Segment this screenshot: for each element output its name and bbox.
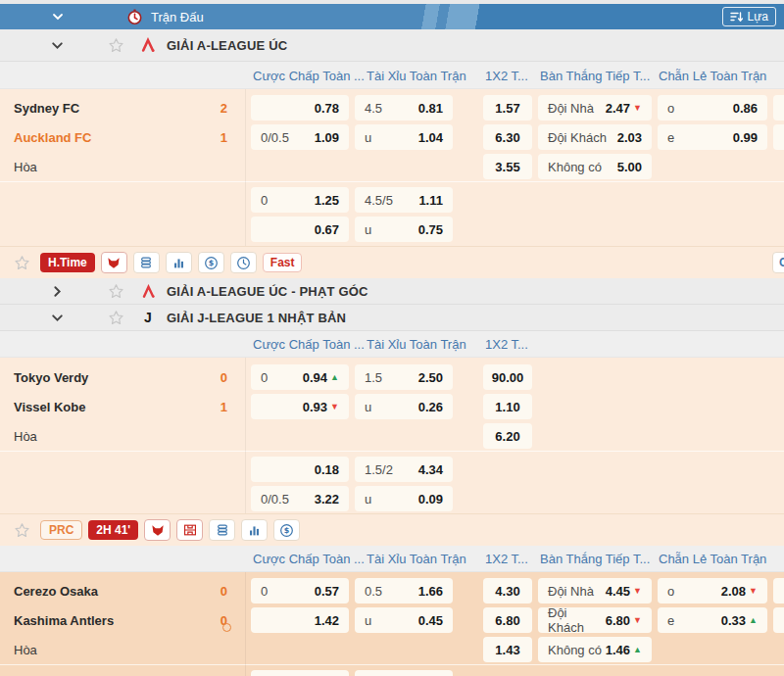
odds-cell-over-alt[interactable] [355, 670, 453, 676]
away-team-score: 1 [202, 130, 227, 145]
odds-cell-odd[interactable]: o0.86 [658, 95, 767, 121]
bar-chart-icon[interactable] [166, 252, 192, 273]
trend-down-icon: ▼ [749, 587, 758, 596]
column-header-odd-even: Chẵn Lẻ Toàn Trận [659, 552, 766, 566]
odds-cell-under[interactable]: u0.45 [355, 607, 453, 633]
chevron-right-icon[interactable] [50, 284, 65, 299]
trend-down-icon: ▼ [633, 104, 642, 113]
away-team-name: Auckland FC [14, 130, 91, 145]
jleague-logo-icon: J [139, 310, 157, 325]
odds-cell-next-goal-home[interactable]: Đội Nhà4.45▼ [538, 578, 652, 604]
chevron-down-icon[interactable] [51, 10, 65, 24]
svg-text:$: $ [284, 526, 290, 535]
odds-cell-handicap-alt[interactable] [251, 670, 349, 676]
league-title: GIẢI A-LEAGUE ÚC [167, 38, 287, 53]
odds-cell-over[interactable]: 4.50.81 [355, 95, 453, 121]
history-clock-icon[interactable] [230, 252, 257, 273]
home-team-score: 0 [202, 584, 227, 599]
corner-partial-button[interactable]: C [772, 252, 784, 273]
away-team-name: Kashima Antlers [14, 613, 114, 628]
odds-cell-even[interactable]: e0.33▲ [658, 607, 767, 633]
trend-up-icon: ▲ [330, 373, 339, 382]
odds-cell-under-alt[interactable]: u0.75 [355, 217, 453, 242]
column-header-odd-even: Chẵn Lẻ Toàn Trận [659, 68, 766, 82]
odds-cell-handicap-alt[interactable]: 0.18 [251, 457, 349, 482]
match-cerezo-kashima: Cerezo Osaka 0 00.57 0.51.66 4.30 Đội Nh… [0, 572, 784, 676]
away-team-score: 1 [202, 400, 227, 414]
odds-cell-next-goal-none[interactable]: Không có1.46▲ [538, 637, 652, 662]
odds-cell-handicap[interactable]: 00.94▲ [251, 364, 349, 390]
column-header-over-under: Tài Xỉu Toàn Trận [367, 337, 466, 352]
league-row-aleague[interactable]: GIẢI A-LEAGUE ÚC [0, 29, 784, 62]
odds-column-header-row: Cược Chấp Toàn ... Tài Xỉu Toàn Trận 1X2… [0, 546, 784, 572]
odds-cell-handicap-alt[interactable]: 0/0.53.22 [251, 486, 349, 511]
trend-up-icon: ▲ [749, 616, 758, 625]
odds-cell-1x2-away[interactable]: 1.10 [483, 394, 532, 419]
odds-cell-handicap-alt[interactable]: 0.67 [251, 217, 349, 242]
odds-cell-partial[interactable] [773, 95, 784, 121]
odds-cell-1x2-away[interactable]: 6.80 [483, 607, 532, 633]
fox-live-icon[interactable] [144, 519, 171, 541]
column-header-handicap: Cược Chấp Toàn ... [253, 337, 365, 352]
svg-text:$: $ [209, 259, 215, 267]
odds-cell-over-alt[interactable]: 1.5/24.34 [355, 457, 453, 482]
odds-cell-under[interactable]: u0.26 [355, 394, 453, 419]
match-toolbar-tokyo: PRC 2H 41' $ [0, 513, 784, 546]
stats-stack-icon[interactable] [209, 519, 235, 541]
odds-cell-handicap[interactable]: 00.57 [251, 578, 349, 604]
odds-cell-over[interactable]: 1.52.50 [355, 364, 453, 390]
match-tokyo-vissel: Tokyo Verdy 0 00.94▲ 1.52.50 90.00 Visse… [0, 358, 784, 513]
odds-cell-next-goal-away[interactable]: Đội Khách6.80▼ [538, 607, 652, 633]
odds-cell-handicap-alt[interactable]: 01.25 [251, 187, 349, 213]
star-icon[interactable] [108, 310, 124, 326]
odds-cell-under[interactable]: u1.04 [355, 124, 453, 150]
filter-sort-icon [730, 11, 743, 23]
star-icon[interactable] [108, 283, 124, 300]
filter-sort-button[interactable]: Lựa [722, 7, 776, 26]
odds-cell-partial[interactable] [773, 124, 784, 150]
odds-cell-next-goal-home[interactable]: Đội Nhà2.47▼ [538, 95, 652, 121]
odds-cell-next-goal-none[interactable]: Không có5.00 [538, 154, 652, 179]
match-toolbar-sydney: H.Time $ Fast C [0, 246, 784, 278]
cashout-dollar-icon[interactable]: $ [198, 252, 224, 273]
odds-cell-over[interactable]: 0.51.66 [355, 578, 453, 604]
odds-cell-even[interactable]: e0.99 [658, 124, 767, 150]
star-icon[interactable] [14, 255, 30, 271]
odds-cell-1x2-home[interactable]: 90.00 [483, 364, 532, 390]
trend-down-icon: ▼ [633, 587, 642, 596]
fox-live-icon[interactable] [101, 252, 127, 273]
odds-cell-1x2-home[interactable]: 4.30 [483, 578, 532, 604]
odds-cell-under-alt[interactable]: u0.09 [355, 486, 453, 511]
aleague-logo-icon [139, 284, 157, 299]
odds-cell-over-alt[interactable]: 4.5/51.11 [355, 187, 453, 213]
odds-cell-1x2-away[interactable]: 6.30 [483, 124, 532, 150]
column-header-1x2: 1X2 T... [485, 337, 528, 352]
odds-cell-next-goal-away[interactable]: Đội Khách2.03 [538, 124, 652, 150]
league-row-aleague-corners[interactable]: GIẢI A-LEAGUE ÚC - PHẠT GÓC [0, 278, 784, 305]
odds-cell-handicap[interactable]: 0.78 [251, 95, 349, 121]
chevron-down-icon[interactable] [50, 311, 65, 325]
odds-cell-partial[interactable] [773, 578, 784, 604]
odds-cell-handicap[interactable]: 0.93▼ [251, 394, 349, 419]
stats-stack-icon[interactable] [133, 252, 160, 273]
star-icon[interactable] [108, 37, 124, 54]
fast-market-button[interactable]: Fast [263, 253, 303, 272]
league-row-jleague[interactable]: J GIẢI J-LEAGUE 1 NHẬT BẢN [0, 305, 784, 331]
chevron-down-icon[interactable] [50, 38, 65, 53]
match-tracker-icon[interactable] [176, 519, 203, 541]
odds-cell-1x2-draw[interactable]: 6.20 [483, 423, 532, 449]
odds-cell-odd[interactable]: o2.08▼ [658, 578, 767, 604]
column-header-handicap: Cược Chấp Toàn ... [253, 552, 365, 566]
column-header-over-under: Tài Xỉu Toàn Trận [367, 68, 466, 82]
odds-cell-1x2-draw[interactable]: 3.55 [483, 154, 532, 179]
star-icon[interactable] [14, 522, 30, 539]
odds-cell-handicap[interactable]: 0/0.51.09 [251, 124, 349, 150]
league-title: GIẢI J-LEAGUE 1 NHẬT BẢN [167, 311, 346, 325]
odds-cell-partial[interactable] [773, 607, 784, 633]
cashout-dollar-icon[interactable]: $ [273, 519, 300, 541]
trend-down-icon: ▼ [330, 403, 339, 411]
odds-cell-1x2-draw[interactable]: 1.43 [483, 637, 532, 662]
odds-cell-handicap[interactable]: 1.42 [251, 607, 349, 633]
bar-chart-icon[interactable] [241, 519, 268, 541]
odds-cell-1x2-home[interactable]: 1.57 [483, 95, 532, 121]
